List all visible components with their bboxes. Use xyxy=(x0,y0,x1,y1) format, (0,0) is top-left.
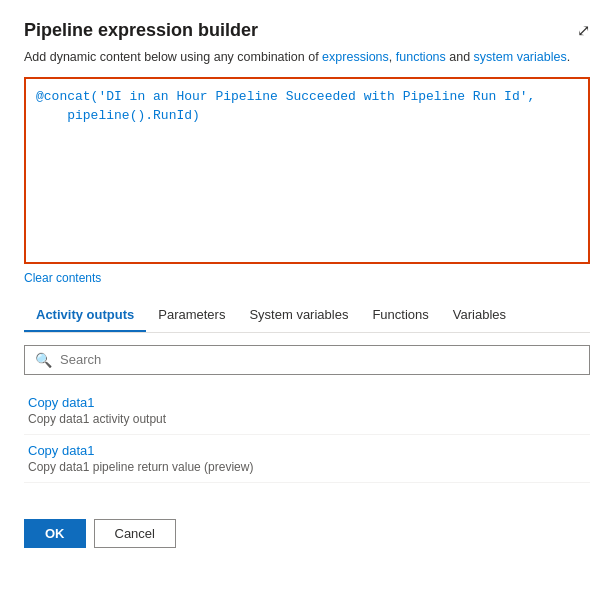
tab-parameters[interactable]: Parameters xyxy=(146,299,237,332)
clear-contents-button[interactable]: Clear contents xyxy=(24,271,101,285)
expressions-link[interactable]: expressions xyxy=(322,50,389,64)
dialog-header: Pipeline expression builder ⤢ xyxy=(24,20,590,41)
search-icon: 🔍 xyxy=(35,352,52,368)
dialog-title: Pipeline expression builder xyxy=(24,20,258,41)
expand-icon[interactable]: ⤢ xyxy=(577,21,590,40)
functions-link[interactable]: functions xyxy=(396,50,446,64)
tab-functions[interactable]: Functions xyxy=(360,299,440,332)
search-bar: 🔍 xyxy=(24,345,590,375)
dialog-footer: OK Cancel xyxy=(24,507,590,548)
search-input[interactable] xyxy=(60,352,579,367)
tab-activity-outputs[interactable]: Activity outputs xyxy=(24,299,146,332)
activity-outputs-list: Copy data1 Copy data1 activity output Co… xyxy=(24,387,590,483)
tab-bar: Activity outputs Parameters System varia… xyxy=(24,299,590,333)
list-item[interactable]: Copy data1 Copy data1 pipeline return va… xyxy=(24,435,590,483)
system-variables-link[interactable]: system variables xyxy=(474,50,567,64)
ok-button[interactable]: OK xyxy=(24,519,86,548)
list-item-subtitle: Copy data1 activity output xyxy=(28,412,586,426)
list-item-subtitle: Copy data1 pipeline return value (previe… xyxy=(28,460,586,474)
expression-textarea[interactable]: @concat('DI in an Hour Pipeline Succeede… xyxy=(26,79,588,259)
dialog-description: Add dynamic content below using any comb… xyxy=(24,49,590,67)
tab-system-variables[interactable]: System variables xyxy=(237,299,360,332)
list-item-title: Copy data1 xyxy=(28,395,586,410)
tab-variables[interactable]: Variables xyxy=(441,299,518,332)
pipeline-expression-builder-dialog: Pipeline expression builder ⤢ Add dynami… xyxy=(0,0,614,593)
cancel-button[interactable]: Cancel xyxy=(94,519,176,548)
list-item[interactable]: Copy data1 Copy data1 activity output xyxy=(24,387,590,435)
expression-editor-wrapper: @concat('DI in an Hour Pipeline Succeede… xyxy=(24,77,590,264)
list-item-title: Copy data1 xyxy=(28,443,586,458)
